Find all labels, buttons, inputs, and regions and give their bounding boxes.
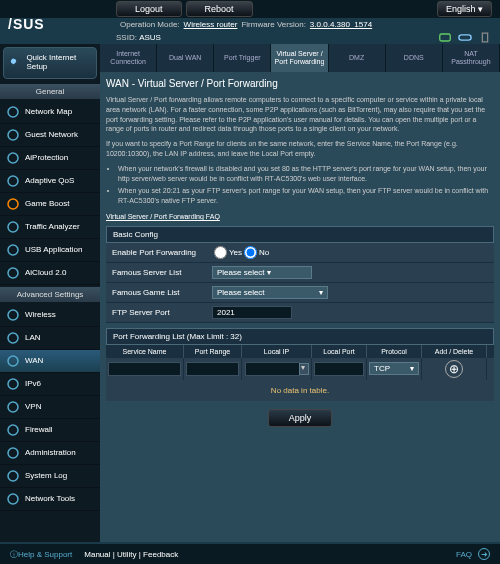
tab[interactable]: DDNS <box>386 44 443 72</box>
gamepad-icon[interactable] <box>458 32 472 43</box>
section-advanced: Advanced Settings <box>0 287 100 302</box>
brand-logo: /SUS <box>8 16 45 32</box>
svg-point-8 <box>8 222 18 232</box>
footer-links[interactable]: Manual | Utility | Feedback <box>84 550 178 559</box>
sidebar-item[interactable]: Guest Network <box>0 124 100 147</box>
protocol-select[interactable]: TCP▾ <box>369 362 419 375</box>
svg-point-6 <box>8 176 18 186</box>
column-header: Service Name <box>106 345 184 358</box>
sidebar-icon <box>6 308 20 322</box>
sidebar-item[interactable]: AiCloud 2.0 <box>0 262 100 285</box>
sidebar-item[interactable]: WAN <box>0 350 100 373</box>
tab[interactable]: Dual WAN <box>157 44 214 72</box>
sidebar-icon <box>6 243 20 257</box>
opmode-label: Operation Mode: <box>120 20 180 29</box>
sidebar-icon <box>6 354 20 368</box>
basic-config-header: Basic Config <box>106 226 494 243</box>
svg-point-16 <box>8 425 18 435</box>
faq-icon[interactable]: ➜ <box>478 548 490 560</box>
svg-point-13 <box>8 356 18 366</box>
sidebar-icon <box>6 105 20 119</box>
ssid-link[interactable]: ASUS <box>139 33 161 42</box>
sidebar-item[interactable]: Firewall <box>0 419 100 442</box>
sidebar-icon <box>6 197 20 211</box>
sidebar-item[interactable]: USB Application <box>0 239 100 262</box>
no-data-message: No data in table. <box>106 380 494 401</box>
tab[interactable]: NAT Passthrough <box>443 44 500 72</box>
sidebar-icon <box>6 174 20 188</box>
quick-internet-setup[interactable]: Quick Internet Setup <box>3 47 97 79</box>
sidebar-item[interactable]: System Log <box>0 465 100 488</box>
column-header: Local IP <box>242 345 312 358</box>
svg-point-5 <box>8 153 18 163</box>
column-header: Local Port <box>312 345 367 358</box>
note-1: When your network's firewall is disabled… <box>118 164 494 184</box>
column-header: Port Range <box>184 345 242 358</box>
sidebar-item[interactable]: Wireless <box>0 304 100 327</box>
local-port-input[interactable] <box>314 362 364 376</box>
svg-point-14 <box>8 379 18 389</box>
faq-link[interactable]: Virtual Server / Port Forwarding FAQ <box>106 213 220 220</box>
svg-point-3 <box>8 107 18 117</box>
sidebar-icon <box>6 266 20 280</box>
service-name-input[interactable] <box>108 362 181 376</box>
sidebar-icon <box>6 469 20 483</box>
opmode-link[interactable]: Wireless router <box>184 20 238 29</box>
sidebar-item[interactable]: Game Boost <box>0 193 100 216</box>
game-list-select[interactable]: Please select▾ <box>212 286 328 299</box>
tab[interactable]: DMZ <box>329 44 386 72</box>
sidebar-item[interactable]: Adaptive QoS <box>0 170 100 193</box>
ip-dropdown-icon[interactable] <box>299 363 309 375</box>
tab[interactable]: Virtual Server / Port Forwarding <box>271 44 328 72</box>
logout-button[interactable]: Logout <box>116 1 182 17</box>
faq-footer[interactable]: FAQ <box>456 550 472 559</box>
reboot-button[interactable]: Reboot <box>186 1 253 17</box>
svg-point-7 <box>8 199 18 209</box>
svg-rect-0 <box>440 34 451 41</box>
fw-link[interactable]: 3.0.0.4.380_1574 <box>310 20 372 29</box>
svg-point-4 <box>8 130 18 140</box>
column-header: Protocol <box>367 345 422 358</box>
ssid-label: SSID: <box>116 33 137 42</box>
svg-point-18 <box>8 471 18 481</box>
app-icon[interactable] <box>438 32 452 43</box>
help-link[interactable]: Help & Support <box>18 550 72 559</box>
sidebar-icon <box>6 220 20 234</box>
note-2: When you set 20:21 as your FTP server's … <box>118 186 494 206</box>
svg-point-12 <box>8 333 18 343</box>
sidebar-icon <box>6 377 20 391</box>
local-ip-input[interactable] <box>245 362 300 376</box>
enable-yes-radio[interactable] <box>214 246 227 259</box>
port-range-input[interactable] <box>186 362 239 376</box>
sidebar-icon <box>6 331 20 345</box>
ftp-port-label: FTP Server Port <box>112 308 212 317</box>
usb-icon[interactable] <box>478 32 492 43</box>
server-list-select[interactable]: Please select ▾ <box>212 266 312 279</box>
add-button[interactable]: ⊕ <box>445 360 463 378</box>
apply-button[interactable]: Apply <box>268 409 333 427</box>
sidebar-item[interactable]: VPN <box>0 396 100 419</box>
sidebar-item[interactable]: Traffic Analyzer <box>0 216 100 239</box>
sidebar-item[interactable]: IPv6 <box>0 373 100 396</box>
pf-list-header: Port Forwarding List (Max Limit : 32) <box>106 328 494 345</box>
language-select[interactable]: English ▾ <box>437 1 492 17</box>
column-header: Add / Delete <box>422 345 487 358</box>
sidebar-icon <box>6 423 20 437</box>
game-list-label: Famous Game List <box>112 288 212 297</box>
svg-rect-2 <box>482 33 487 42</box>
sidebar-item[interactable]: LAN <box>0 327 100 350</box>
sidebar-item[interactable]: AiProtection <box>0 147 100 170</box>
sidebar-item[interactable]: Administration <box>0 442 100 465</box>
sidebar-icon <box>6 151 20 165</box>
sidebar-item[interactable]: Network Tools <box>0 488 100 511</box>
sidebar-item[interactable]: Network Map <box>0 101 100 124</box>
tab[interactable]: Internet Connection <box>100 44 157 72</box>
ftp-port-input[interactable] <box>212 306 292 319</box>
svg-point-11 <box>8 310 18 320</box>
tab[interactable]: Port Trigger <box>214 44 271 72</box>
enable-no-radio[interactable] <box>244 246 257 259</box>
svg-point-10 <box>8 268 18 278</box>
sidebar-icon <box>6 492 20 506</box>
wrench-icon <box>8 55 22 71</box>
sidebar-icon <box>6 446 20 460</box>
